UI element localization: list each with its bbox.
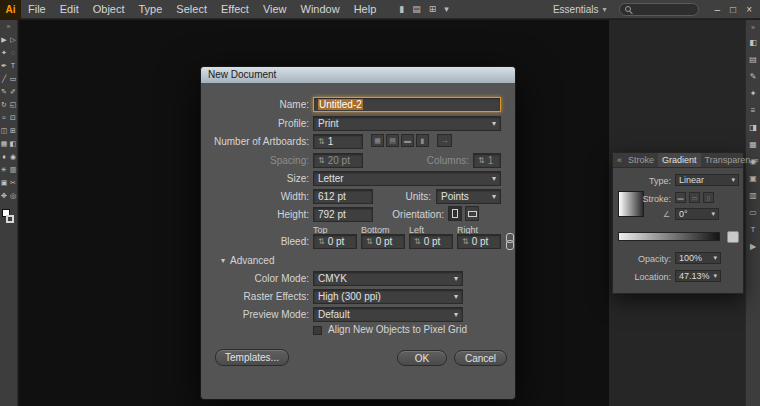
tab-stroke[interactable]: Stroke: [624, 153, 658, 167]
stroke-within-button[interactable]: ▬: [675, 192, 686, 203]
pencil-tool[interactable]: ✐: [9, 88, 18, 96]
menu-item[interactable]: Effect: [214, 0, 256, 19]
reverse-gradient-button[interactable]: [727, 231, 739, 243]
menu-item[interactable]: View: [256, 0, 294, 19]
advanced-disclosure[interactable]: ▾ Advanced: [221, 255, 275, 266]
menu-item[interactable]: Type: [132, 0, 170, 19]
screen-mode-icon[interactable]: ⊞: [429, 4, 437, 14]
graphic-styles-panel-icon[interactable]: ▣: [749, 174, 757, 183]
link-bleed-icon[interactable]: [504, 233, 514, 249]
artboard-tool[interactable]: ▣: [0, 179, 9, 187]
arrange-documents-icon[interactable]: ▮: [399, 4, 404, 14]
opacity-input[interactable]: 100%: [675, 252, 721, 264]
line-segment-tool[interactable]: ╱: [0, 75, 9, 83]
gradient-type-select[interactable]: Linear: [675, 174, 739, 186]
location-input[interactable]: 47.13%: [675, 270, 721, 282]
appbar-dropdown-icon[interactable]: ▾: [444, 4, 449, 14]
tab-transparency[interactable]: Transparen: [701, 153, 755, 167]
stroke-along-button[interactable]: ▭: [689, 192, 700, 203]
character-panel-icon[interactable]: T: [751, 225, 756, 234]
bleed-input[interactable]: 0 pt: [457, 234, 501, 249]
profile-select[interactable]: Print: [313, 116, 501, 131]
menu-item[interactable]: Object: [86, 0, 132, 19]
free-transform-tool[interactable]: ⊡: [9, 114, 18, 122]
eyedropper-tool[interactable]: ♦: [0, 153, 9, 161]
magic-wand-tool[interactable]: ✦: [0, 49, 9, 57]
preview-mode-select[interactable]: Default: [313, 307, 463, 322]
search-box[interactable]: [619, 3, 699, 16]
maximize-button[interactable]: □: [730, 4, 736, 15]
minimize-button[interactable]: –: [715, 4, 721, 15]
zoom-tool[interactable]: ◎: [9, 192, 18, 200]
stroke-swatch[interactable]: [6, 215, 14, 223]
stroke-panel-icon[interactable]: ≡: [751, 106, 756, 115]
orientation-landscape-button[interactable]: [465, 206, 479, 221]
gradient-angle-input[interactable]: 0°: [675, 208, 719, 220]
menu-item[interactable]: Window: [294, 0, 347, 19]
rotate-tool[interactable]: ↻: [0, 101, 9, 109]
gradient-slider[interactable]: [618, 232, 720, 241]
arrange-by-column-button[interactable]: ▮: [416, 134, 429, 147]
orientation-portrait-button[interactable]: [448, 206, 462, 221]
mesh-tool[interactable]: ▦: [0, 140, 9, 148]
bleed-input[interactable]: 0 pt: [409, 234, 453, 249]
shape-builder-tool[interactable]: ◫: [0, 127, 9, 135]
dock-collapse-icon[interactable]: »: [746, 20, 760, 38]
scale-tool[interactable]: ◱: [9, 101, 18, 109]
actions-panel-icon[interactable]: ▶: [750, 242, 756, 251]
paintbrush-tool[interactable]: ✎: [0, 88, 9, 96]
gradient-panel-icon[interactable]: ◨: [749, 123, 757, 132]
menu-item[interactable]: Edit: [53, 0, 86, 19]
search-input[interactable]: [635, 4, 693, 14]
fill-stroke-control[interactable]: [0, 209, 17, 231]
panel-collapse-icon[interactable]: «: [613, 153, 624, 167]
direct-selection-tool[interactable]: ▷: [9, 36, 18, 44]
menu-item[interactable]: Select: [169, 0, 214, 19]
symbol-sprayer-tool[interactable]: ✳: [0, 166, 9, 174]
artboard-rtl-button[interactable]: →: [437, 134, 452, 147]
brushes-panel-icon[interactable]: ✎: [750, 72, 757, 81]
templates-button[interactable]: Templates...: [215, 349, 289, 366]
artboards-stepper[interactable]: 1: [313, 134, 363, 149]
units-select[interactable]: Points: [436, 189, 501, 204]
pen-tool[interactable]: ✒: [0, 62, 9, 70]
selection-tool[interactable]: ▶: [0, 36, 9, 44]
blend-tool[interactable]: ◉: [9, 153, 18, 161]
stroke-across-button[interactable]: ▯: [703, 192, 714, 203]
type-tool[interactable]: T: [9, 62, 18, 70]
name-input[interactable]: Untitled-2: [313, 97, 501, 112]
ok-button[interactable]: OK: [397, 350, 447, 366]
layers-panel-icon[interactable]: ▥: [749, 191, 757, 200]
arrange-by-row-button[interactable]: ▬: [401, 134, 414, 147]
color-mode-select[interactable]: CMYK: [313, 271, 463, 286]
slice-tool[interactable]: ✂: [9, 179, 18, 187]
symbols-panel-icon[interactable]: ✦: [750, 89, 757, 98]
color-panel-icon[interactable]: ◧: [749, 38, 757, 47]
perspective-grid-tool[interactable]: ⊞: [9, 127, 18, 135]
lasso-tool[interactable]: ◌: [9, 49, 18, 57]
hand-tool[interactable]: ✥: [0, 192, 9, 200]
gradient-tool[interactable]: ◧: [9, 140, 18, 148]
column-graph-tool[interactable]: ▥: [9, 166, 18, 174]
cancel-button[interactable]: Cancel: [454, 350, 507, 366]
width-input[interactable]: 612 pt: [313, 189, 373, 204]
dialog-title[interactable]: New Document: [201, 67, 515, 83]
pixel-grid-checkbox[interactable]: [313, 326, 322, 335]
grid-by-row-button[interactable]: ▦: [371, 134, 384, 147]
documents-grid-icon[interactable]: ▤: [412, 4, 421, 14]
bleed-input[interactable]: 0 pt: [313, 234, 357, 249]
bleed-input[interactable]: 0 pt: [361, 234, 405, 249]
rectangle-tool[interactable]: ▭: [9, 75, 18, 83]
close-button[interactable]: ×: [746, 4, 752, 15]
panel-menu-icon[interactable]: ≡: [754, 153, 760, 167]
tab-gradient[interactable]: Gradient: [658, 153, 701, 167]
swatches-panel-icon[interactable]: ▤: [749, 55, 757, 64]
size-select[interactable]: Letter: [313, 171, 501, 186]
transparency-panel-icon[interactable]: ▦: [749, 140, 757, 149]
raster-effects-select[interactable]: High (300 ppi): [313, 289, 463, 304]
grid-by-column-button[interactable]: ▤: [386, 134, 399, 147]
tools-collapse-icon[interactable]: »: [0, 20, 17, 32]
menu-item[interactable]: File: [21, 0, 53, 19]
workspace-switcher[interactable]: Essentials ▾: [553, 4, 607, 15]
artboards-panel-icon[interactable]: ▭: [749, 208, 757, 217]
